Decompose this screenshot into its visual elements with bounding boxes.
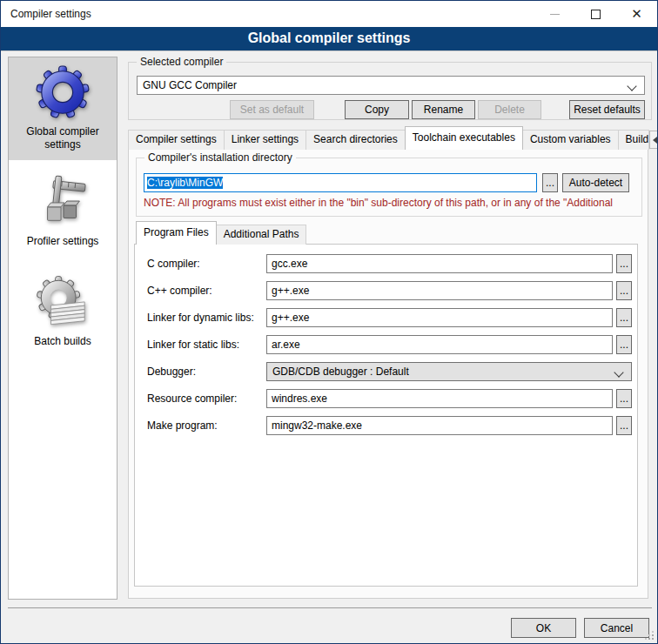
tab-custom-variables[interactable]: Custom variables <box>522 130 619 150</box>
auto-detect-button[interactable]: Auto-detect <box>562 173 629 192</box>
sidebar-item-batch-builds[interactable]: Batch builds <box>9 267 117 357</box>
installation-directory-input[interactable]: C:\raylib\MinGW <box>144 173 537 192</box>
tab-toolchain-executables[interactable]: Toolchain executables <box>405 126 523 150</box>
caliper-icon <box>36 175 90 229</box>
sidebar-item-profiler-settings[interactable]: Profiler settings <box>9 167 117 257</box>
installation-directory-label: Compiler's installation directory <box>144 151 296 164</box>
chevron-down-icon <box>627 81 636 91</box>
linker-static-browse-button[interactable]: ... <box>616 335 632 354</box>
field-row-cpp-compiler: C++ compiler: ... <box>135 281 637 300</box>
cpp-compiler-label: C++ compiler: <box>147 281 212 300</box>
maximize-icon <box>591 10 601 19</box>
debugger-select-value: GDB/CDB debugger : Default <box>272 366 409 378</box>
close-button[interactable]: ✕ <box>616 1 657 27</box>
reset-defaults-button[interactable]: Reset defaults <box>569 100 645 119</box>
cpp-compiler-browse-button[interactable]: ... <box>616 281 632 300</box>
field-row-linker-static: Linker for static libs: ... <box>135 335 637 354</box>
installation-directory-group: Compiler's installation directory C:\ray… <box>136 158 642 217</box>
debugger-select[interactable]: GDB/CDB debugger : Default <box>266 362 632 381</box>
tab-compiler-settings[interactable]: Compiler settings <box>128 130 225 150</box>
field-row-c-compiler: C compiler: ... <box>135 254 637 273</box>
directory-browse-button[interactable]: ... <box>542 173 558 192</box>
tab-search-directories[interactable]: Search directories <box>306 130 406 150</box>
gear-blue-icon <box>36 65 90 119</box>
c-compiler-browse-button[interactable]: ... <box>616 254 632 273</box>
resize-grip[interactable] <box>643 629 654 640</box>
cpp-compiler-input[interactable] <box>266 281 613 300</box>
resource-compiler-input[interactable] <box>266 389 613 408</box>
sidebar-item-label: Global compiler settings <box>11 125 114 151</box>
tab-scroll-left-button[interactable] <box>649 131 658 149</box>
rename-button[interactable]: Rename <box>412 100 475 119</box>
sidebar-item-global-compiler-settings[interactable]: Global compiler settings <box>9 57 117 160</box>
window-title: Compiler settings <box>10 8 91 20</box>
linker-dynamic-input[interactable] <box>266 308 613 327</box>
compiler-select-value: GNU GCC Compiler <box>143 79 237 91</box>
tab-build-options-clipped[interactable]: Build <box>618 130 649 150</box>
sidebar-item-label: Batch builds <box>34 335 91 348</box>
field-row-linker-dynamic: Linker for dynamic libs: ... <box>135 308 637 327</box>
copy-button[interactable]: Copy <box>345 100 409 119</box>
selected-compiler-group-label: Selected compiler <box>137 56 226 68</box>
minimize-button[interactable] <box>534 1 575 27</box>
debugger-label: Debugger: <box>147 362 196 381</box>
field-row-resource-compiler: Resource compiler: ... <box>135 389 637 408</box>
page-title: Global compiler settings <box>1 27 657 51</box>
chevron-down-icon <box>614 367 623 377</box>
compiler-select[interactable]: GNU GCC Compiler <box>137 76 645 95</box>
linker-dynamic-label: Linker for dynamic libs: <box>147 308 254 327</box>
linker-static-input[interactable] <box>266 335 613 354</box>
linker-static-label: Linker for static libs: <box>147 335 239 354</box>
titlebar: Compiler settings ✕ <box>1 1 657 27</box>
compiler-settings-window: Compiler settings ✕ Global compiler sett… <box>0 0 658 644</box>
settings-tabbar: Compiler settings Linker settings Search… <box>128 126 658 150</box>
subtab-program-files[interactable]: Program Files <box>136 221 217 245</box>
c-compiler-label: C compiler: <box>147 254 200 273</box>
sidebar-item-label: Profiler settings <box>27 235 99 248</box>
linker-dynamic-browse-button[interactable]: ... <box>616 308 632 327</box>
set-as-default-button[interactable]: Set as default <box>230 100 314 119</box>
gear-stack-icon <box>36 275 90 329</box>
resource-compiler-label: Resource compiler: <box>147 389 237 408</box>
minimize-icon <box>550 14 560 15</box>
window-controls: ✕ <box>534 1 657 27</box>
settings-sidebar: Global compiler settings <box>8 57 118 600</box>
resource-compiler-browse-button[interactable]: ... <box>616 389 632 408</box>
make-program-input[interactable] <box>266 416 613 435</box>
program-files-page: C compiler: ... C++ compiler: ... Linker… <box>134 244 638 587</box>
field-row-make-program: Make program: ... <box>135 416 637 435</box>
ok-button[interactable]: OK <box>511 618 576 638</box>
bin-subdirectory-note: NOTE: All programs must exist either in … <box>144 197 640 209</box>
installation-directory-value: C:\raylib\MinGW <box>147 177 223 189</box>
footer-separator <box>8 607 652 608</box>
make-program-label: Make program: <box>147 416 218 435</box>
c-compiler-input[interactable] <box>266 254 613 273</box>
field-row-debugger: Debugger: GDB/CDB debugger : Default <box>135 362 637 381</box>
close-icon: ✕ <box>631 8 642 21</box>
program-files-tabbar: Program Files Additional Paths <box>136 223 306 245</box>
tab-linker-settings[interactable]: Linker settings <box>224 130 306 150</box>
cancel-button[interactable]: Cancel <box>584 618 649 638</box>
toolchain-executables-page: Compiler's installation directory C:\ray… <box>128 149 648 599</box>
subtab-additional-paths[interactable]: Additional Paths <box>216 225 307 245</box>
arrow-left-icon <box>653 137 657 144</box>
maximize-button[interactable] <box>575 1 616 27</box>
make-program-browse-button[interactable]: ... <box>616 416 632 435</box>
selected-compiler-group: Selected compiler GNU GCC Compiler Set a… <box>128 62 652 120</box>
delete-button[interactable]: Delete <box>478 100 541 119</box>
